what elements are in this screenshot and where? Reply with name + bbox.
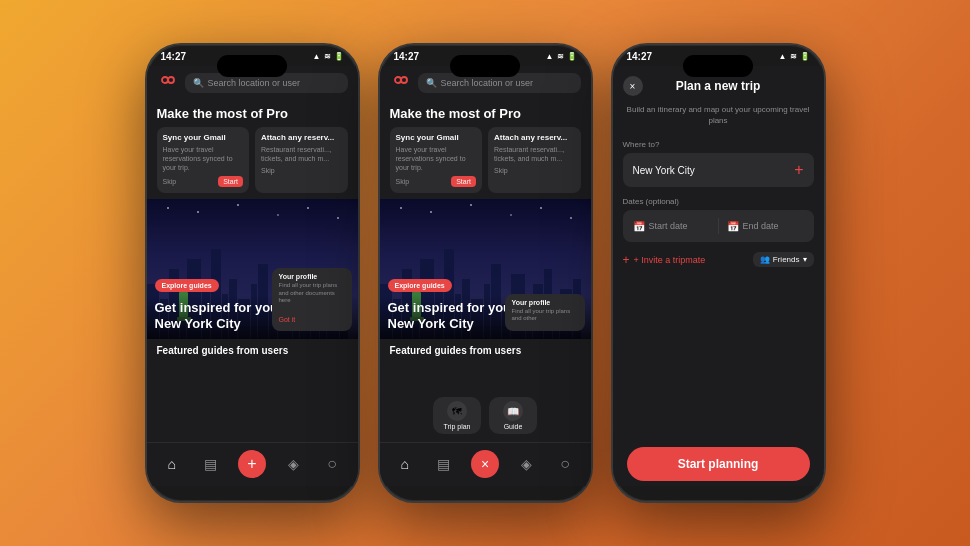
skip-btn-1[interactable]: Skip (163, 178, 177, 185)
skip-btn-4[interactable]: Skip (494, 167, 508, 174)
profile-tooltip-2: Your profile Find all your trip plans an… (505, 294, 585, 332)
nav-list-2[interactable]: ▤ (432, 453, 454, 475)
bottom-nav-1: ⌂ ▤ + ◈ ○ (147, 442, 358, 486)
phone-1: 14:27 ▲ ≋ 🔋 🔍 Search location or user Ma… (145, 43, 360, 503)
profile-tooltip-1: Your profile Find all your trip plans an… (272, 268, 352, 331)
invite-plus-icon: + (623, 253, 630, 267)
wifi-icon-3: ≋ (790, 52, 797, 61)
fab-trip-plan[interactable]: 🗺 Trip plan (433, 397, 481, 434)
pro-card-gmail-desc: Have your travel reservations synced to … (163, 145, 244, 172)
fab-guide[interactable]: 📖 Guide (489, 397, 537, 434)
date-divider (718, 218, 719, 234)
where-plus-icon: + (794, 161, 803, 179)
pro-card-attach-2: Attach any reserv... Restaurant reservat… (488, 127, 581, 193)
friends-btn[interactable]: 👥 Friends ▾ (753, 252, 814, 267)
hero-area-1: Explore guides Get inspired for your tri… (147, 199, 358, 339)
invite-row: + + Invite a tripmate 👥 Friends ▾ (623, 252, 814, 267)
nav-home-1[interactable]: ⌂ (161, 453, 183, 475)
battery-icon-2: 🔋 (567, 52, 577, 61)
modal-subtitle: Build an itinerary and map out your upco… (623, 104, 814, 126)
status-icons-1: ▲ ≋ 🔋 (313, 52, 344, 61)
start-date-placeholder: Start date (649, 221, 688, 231)
wifi-icon: ≋ (324, 52, 331, 61)
dates-field[interactable]: 📅 Start date 📅 End date (623, 210, 814, 242)
dynamic-island-3 (683, 55, 753, 77)
nav-add-1[interactable]: + (238, 450, 266, 478)
nav-list-1[interactable]: ▤ (199, 453, 221, 475)
modal-close-btn[interactable]: × (623, 76, 643, 96)
invite-add-btn[interactable]: + + Invite a tripmate (623, 253, 706, 267)
pro-cards-2: Sync your Gmail Have your travel reserva… (390, 127, 581, 193)
status-icons-2: ▲ ≋ 🔋 (546, 52, 577, 61)
nav-close-2[interactable]: × (471, 450, 499, 478)
status-icons-3: ▲ ≋ 🔋 (779, 52, 810, 61)
explore-btn-2[interactable]: Explore guides (388, 279, 452, 292)
start-date-part: 📅 Start date (633, 221, 710, 232)
dates-label: Dates (optional) (623, 197, 814, 206)
pro-title-1: Make the most of Pro (157, 106, 348, 121)
dynamic-island-1 (217, 55, 287, 77)
pro-card-attach: Attach any reserv... Restaurant reservat… (255, 127, 348, 193)
modal-title: Plan a new trip (643, 79, 794, 93)
signal-icon-3: ▲ (779, 52, 787, 61)
pro-card-gmail-2: Sync your Gmail Have your travel reserva… (390, 127, 483, 193)
pro-title-2: Make the most of Pro (390, 106, 581, 121)
battery-icon: 🔋 (334, 52, 344, 61)
where-label: Where to? (623, 140, 814, 149)
featured-section-2: Featured guides from users (380, 339, 591, 362)
nav-home-2[interactable]: ⌂ (394, 453, 416, 475)
wifi-icon-2: ≋ (557, 52, 564, 61)
battery-icon-3: 🔋 (800, 52, 810, 61)
pro-card-gmail: Sync your Gmail Have your travel reserva… (157, 127, 250, 193)
signal-icon: ▲ (313, 52, 321, 61)
svg-point-3 (401, 77, 407, 83)
calendar-end-icon: 📅 (727, 221, 739, 232)
pro-card-attach-actions: Skip (261, 167, 342, 174)
phone-2: 14:27 ▲ ≋ 🔋 🔍 Search location or user Ma… (378, 43, 593, 503)
app-logo-1 (157, 72, 179, 94)
trip-plan-icon: 🗺 (447, 401, 467, 421)
fab-trip-label: Trip plan (444, 423, 471, 430)
phone1-screen: 🔍 Search location or user Make the most … (147, 66, 358, 486)
modal-title-area: Plan a new trip (643, 79, 794, 93)
end-date-part: 📅 End date (727, 221, 804, 232)
pro-cards-1: Sync your Gmail Have your travel reserva… (157, 127, 348, 193)
phone-3: 14:27 ▲ ≋ 🔋 × Plan a new trip Build an i… (611, 43, 826, 503)
pro-card-gmail-title: Sync your Gmail (163, 133, 244, 142)
guide-icon: 📖 (503, 401, 523, 421)
pro-section-1: Make the most of Pro Sync your Gmail Hav… (147, 100, 358, 199)
nav-tag-1[interactable]: ◈ (283, 453, 305, 475)
invite-label: + Invite a tripmate (634, 255, 706, 265)
start-btn-2[interactable]: Start (451, 176, 476, 187)
where-value: New York City (633, 165, 695, 176)
modal-header: × Plan a new trip (623, 76, 814, 96)
nav-profile-2[interactable]: ○ (554, 453, 576, 475)
nav-profile-1[interactable]: ○ (321, 453, 343, 475)
dynamic-island-2 (450, 55, 520, 77)
app-logo-2 (390, 72, 412, 94)
explore-btn-1[interactable]: Explore guides (155, 279, 219, 292)
end-date-placeholder: End date (743, 221, 779, 231)
nav-tag-2[interactable]: ◈ (516, 453, 538, 475)
got-it-btn[interactable]: Got it (279, 316, 296, 323)
pro-card-attach-desc: Restaurant reservati..., tickets, and mu… (261, 145, 342, 163)
calendar-start-icon: 📅 (633, 221, 645, 232)
friends-chevron: ▾ (803, 255, 807, 264)
pro-card-gmail-actions: Skip Start (163, 176, 244, 187)
phone3-screen: × Plan a new trip Build an itinerary and… (613, 66, 824, 486)
fab-menu: 🗺 Trip plan 📖 Guide (433, 397, 537, 434)
time-1: 14:27 (161, 51, 187, 62)
skip-btn-2[interactable]: Skip (261, 167, 275, 174)
pro-card-attach-title: Attach any reserv... (261, 133, 342, 142)
featured-section-1: Featured guides from users (147, 339, 358, 362)
friends-icon: 👥 (760, 255, 770, 264)
time-3: 14:27 (627, 51, 653, 62)
skip-btn-3[interactable]: Skip (396, 178, 410, 185)
signal-icon-2: ▲ (546, 52, 554, 61)
start-btn-1[interactable]: Start (218, 176, 243, 187)
pro-section-2: Make the most of Pro Sync your Gmail Hav… (380, 100, 591, 199)
hero-area-2: Explore guides Get inspired for your tri… (380, 199, 591, 339)
where-field[interactable]: New York City + (623, 153, 814, 187)
start-planning-btn[interactable]: Start planning (627, 447, 810, 481)
fab-guide-label: Guide (504, 423, 523, 430)
